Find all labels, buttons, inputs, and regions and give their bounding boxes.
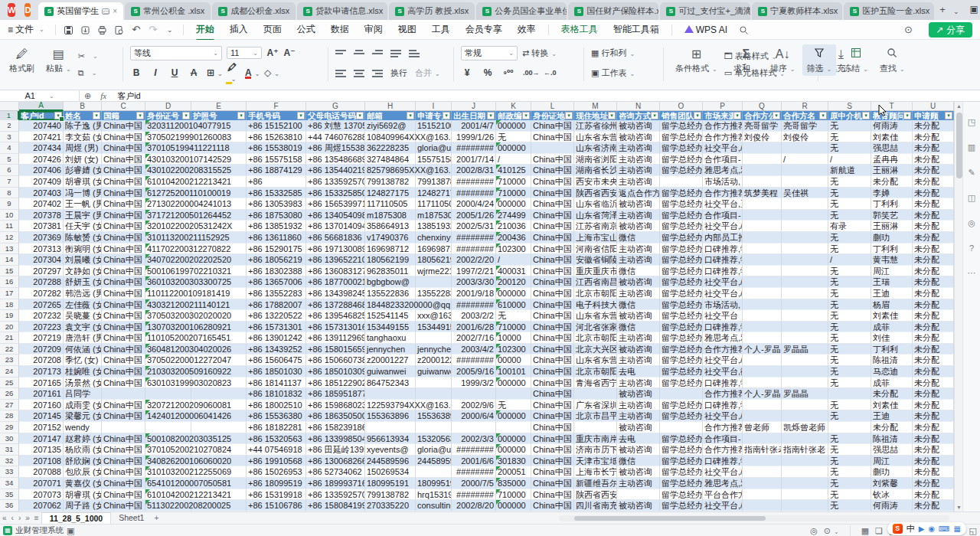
sheet-list-icon[interactable]: ≡ xyxy=(34,514,39,522)
cell[interactable] xyxy=(782,322,828,333)
cell[interactable]: +86 13220522 xyxy=(247,310,306,322)
row-header-17[interactable]: 17 xyxy=(0,288,19,299)
cell[interactable]: 北京大兴区 xyxy=(574,344,617,355)
chart-panel-icon[interactable]: ◫ xyxy=(963,193,980,203)
cell[interactable]: 社交平台,/ xyxy=(703,410,743,422)
currency-format-icon[interactable]: ¥ xyxy=(461,67,473,78)
row-header-25[interactable]: 25 xyxy=(0,377,19,389)
cell[interactable]: 无 xyxy=(496,400,531,411)
ime-panel[interactable]: S 中 ▶ ◉ ⌨ ▦ xyxy=(887,522,966,535)
cell[interactable]: 210303200509160922 xyxy=(145,366,191,377)
row-header-21[interactable]: 21 xyxy=(0,332,19,344)
cell[interactable]: China中国 xyxy=(531,165,574,176)
cell[interactable]: China中国 xyxy=(531,221,574,232)
cell[interactable]: 杨欣雨 (女 xyxy=(64,444,102,456)
cell[interactable]: 2000/6/4 xyxy=(452,410,496,422)
cell[interactable] xyxy=(782,210,828,221)
cell[interactable] xyxy=(743,266,782,277)
filter-button[interactable]: ▾ xyxy=(443,112,450,119)
menu-tab-插入[interactable]: 插入 xyxy=(222,21,256,38)
cell[interactable] xyxy=(828,388,871,400)
cell[interactable]: 207165 xyxy=(19,377,64,389)
cell[interactable] xyxy=(782,165,828,176)
header-cell[interactable]: 客户id▾ xyxy=(19,111,64,120)
cell[interactable]: 未分配 xyxy=(913,422,954,433)
cell[interactable]: 王迪 xyxy=(871,410,913,422)
cell[interactable]: 000000 xyxy=(496,377,531,389)
cell[interactable]: +86 刘慧 137052 xyxy=(306,120,365,132)
cell[interactable]: 未分配 xyxy=(913,154,954,165)
cell[interactable]: 上海市长宁 xyxy=(574,466,617,478)
cell[interactable]: 被动咨询 xyxy=(617,132,660,143)
cell[interactable]: guiwanwei xyxy=(416,366,452,377)
cell[interactable]: 411702200312270822 xyxy=(145,243,191,255)
cell[interactable]: 陈祖清 xyxy=(871,433,913,445)
cell[interactable]: 去电 xyxy=(617,433,660,445)
cell[interactable]: 合作方推荐 xyxy=(703,422,743,433)
cell[interactable]: +86 田延岭1395 xyxy=(306,444,365,456)
cell[interactable]: 刘素佳 xyxy=(871,310,913,322)
cell[interactable]: China中国 xyxy=(102,355,145,366)
cell[interactable]: 留学总经办 xyxy=(660,410,703,422)
cell[interactable]: 个人-罗晶 xyxy=(743,388,782,400)
sort-button[interactable]: A↓排序⌄ xyxy=(766,44,800,76)
cell[interactable]: 无 xyxy=(496,132,531,143)
cell[interactable]: 安徽省铜陵 xyxy=(574,254,617,266)
prev-sheet-icon[interactable]: ‹ xyxy=(11,514,14,522)
highlight-color-button[interactable]: 🖍⌄ xyxy=(226,62,238,83)
cell[interactable]: China中国 xyxy=(102,154,145,165)
cell[interactable]: 杨眉 xyxy=(871,299,913,311)
row-header-36[interactable]: 36 xyxy=(0,500,19,511)
italic-button[interactable]: I xyxy=(149,67,162,78)
worksheet-button[interactable]: ▣ 工作表⌄ xyxy=(591,67,635,79)
cell[interactable]: 重庆市南岸 xyxy=(574,433,617,445)
column-header-K[interactable]: K xyxy=(496,102,531,111)
cell[interactable] xyxy=(743,276,782,288)
cell[interactable]: 207426 xyxy=(19,154,64,165)
document-tab[interactable]: S贷款申请信息.xlsx xyxy=(297,2,387,20)
row-header-2[interactable]: 2 xyxy=(0,120,19,132)
cell[interactable]: 返点合作方 xyxy=(617,188,660,199)
cell[interactable]: China中国 xyxy=(531,366,574,377)
cell[interactable]: 江苏省徐州 xyxy=(574,120,617,132)
next-sheet-icon[interactable]: › xyxy=(18,514,21,522)
cell[interactable]: 207406 xyxy=(19,165,64,176)
cell[interactable]: 留学总经办 xyxy=(660,254,703,266)
wps-ai-button[interactable]: WPS AI xyxy=(677,22,735,38)
cell[interactable]: 山东省济南 xyxy=(574,142,617,154)
cell[interactable]: 合作方推荐 xyxy=(703,188,743,199)
cell[interactable] xyxy=(416,377,452,389)
cell[interactable]: +86 18182281 xyxy=(247,422,306,433)
cell[interactable]: 无 xyxy=(828,500,871,511)
cell[interactable]: 无 xyxy=(828,344,871,355)
cell[interactable] xyxy=(743,299,782,311)
cell[interactable]: 留学总经办 xyxy=(660,355,703,366)
cell[interactable]: 无 xyxy=(828,232,871,243)
cell[interactable]: 山东省东营 xyxy=(574,310,617,322)
filter-button[interactable]: ▾ xyxy=(608,112,616,119)
cell[interactable]: 500106199702210321 xyxy=(145,266,191,277)
cell[interactable]: 留学总经办 xyxy=(660,322,703,333)
document-tab[interactable]: S英国留学生▭× xyxy=(38,2,123,20)
cell[interactable]: 未分配 xyxy=(913,310,954,322)
cell[interactable] xyxy=(660,388,703,400)
cell[interactable]: 未分配 xyxy=(913,355,954,366)
cell[interactable]: 蒯玏 xyxy=(871,232,913,243)
cell[interactable]: 蒯玏 xyxy=(871,466,913,478)
column-header-L[interactable]: L xyxy=(531,102,574,111)
cell[interactable]: +86 13851932 xyxy=(247,221,306,232)
share-panel-icon[interactable]: ◳ xyxy=(963,117,980,127)
cell[interactable] xyxy=(743,165,782,176)
filter-button[interactable]: ▾ xyxy=(136,112,144,119)
cell[interactable]: 刘素佳 xyxy=(871,400,913,411)
cell[interactable]: jennychen xyxy=(365,344,416,355)
row-header-14[interactable]: 14 xyxy=(0,254,19,266)
cell[interactable] xyxy=(782,142,828,154)
column-header-M[interactable]: M xyxy=(574,102,617,111)
layout-switch-icon[interactable]: ▣ xyxy=(969,4,978,15)
cell[interactable]: 微信 xyxy=(617,322,660,333)
cloud-upload-icon[interactable]: ⊙ xyxy=(904,24,913,35)
cell[interactable]: 135522836 xyxy=(365,288,416,299)
cell[interactable]: +86 1354402198 xyxy=(306,165,365,176)
export-icon[interactable] xyxy=(77,24,94,35)
